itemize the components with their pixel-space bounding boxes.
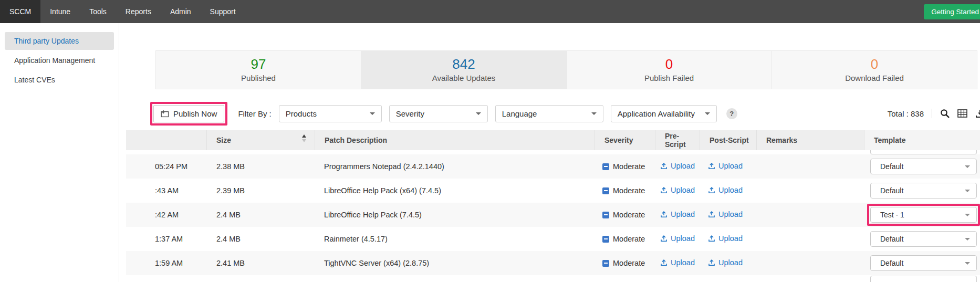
chevron-down-icon [591,112,597,115]
sort-control[interactable] [302,134,306,142]
pre-script-upload-link[interactable]: Upload [660,186,695,194]
toolbar-divider [932,109,932,118]
upload-icon [708,235,715,242]
upload-icon [660,259,668,266]
severity-cell: Moderate [595,186,655,195]
size-cell: 2.4 MB [206,211,315,219]
export-icon[interactable] [975,109,980,118]
upload-icon [708,162,715,170]
chevron-down-icon [965,165,970,168]
upload-label: Upload [718,186,743,194]
template-cell: Default [864,255,980,271]
template-dropdown[interactable]: Default [870,255,977,271]
pre-script-upload-link[interactable]: Upload [660,234,695,243]
patch-description-cell: LibreOffice Help Pack (7.4.5) [315,211,595,219]
sidebar-item-latest-cves[interactable]: Latest CVEs [5,71,114,89]
upload-label: Upload [718,210,743,218]
size-cell: 2.38 MB [206,162,315,171]
size-cell: 2.41 MB [206,259,315,267]
toolbar: Publish Now Filter By : Products Severit… [150,101,980,126]
upload-icon [708,186,715,194]
pre-script-cell: Upload [655,258,700,268]
post-script-upload-link[interactable]: Upload [708,258,743,267]
filter-products-value: Products [286,109,317,118]
top-nav-bar: SCCM Intune Tools Reports Admin Support … [0,0,980,23]
table-row[interactable]: :43 AM 2.39 MB LibreOffice Help Pack (x6… [126,179,980,203]
upload-icon [660,235,668,242]
severity-label: Moderate [613,186,645,195]
post-script-upload-link[interactable]: Upload [708,162,743,170]
table-header-row: Size Patch Description Severity Pre-Scri… [126,130,980,150]
upload-label: Upload [718,162,743,170]
template-cell: Default [864,159,980,174]
nav-tab-admin[interactable]: Admin [161,0,201,23]
post-script-upload-link[interactable]: Upload [708,210,743,218]
template-dropdown[interactable]: Test - 1 [870,207,977,223]
upload-label: Upload [671,234,695,243]
publish-now-button[interactable]: Publish Now [153,105,224,122]
pre-script-upload-link[interactable]: Upload [660,162,695,170]
post-script-upload-link[interactable]: Upload [708,186,743,194]
pre-script-upload-link[interactable]: Upload [660,258,695,267]
template-cell: Test - 1 [864,204,980,226]
table-row[interactable]: 05:24 PM 2.38 MB Programmers Notepad (2.… [126,154,980,179]
pre-script-upload-link[interactable]: Upload [660,210,695,218]
pre-script-cell: Upload [655,210,700,220]
search-icon[interactable] [940,109,950,118]
sidebar-item-third-party-updates[interactable]: Third party Updates [5,32,114,50]
card-publish-failed[interactable]: 0 Publish Failed [567,51,772,89]
template-cell: Default [864,231,980,247]
nav-tab-support[interactable]: Support [201,0,245,23]
table-row[interactable]: 1:37 AM 2.4 MB Rainmeter (4.5.17) Modera… [126,227,980,251]
table-row[interactable]: :42 AM 2.4 MB LibreOffice Help Pack (7.4… [126,203,980,227]
chevron-down-icon [965,262,970,265]
getting-started-button[interactable]: Getting Started [924,4,980,19]
available-updates-count: 842 [452,57,475,71]
header-post-script: Post-Script [700,130,756,150]
upload-icon [660,211,668,218]
upload-label: Upload [718,258,743,267]
download-failed-label: Download Failed [845,74,904,82]
filter-dropdown-language[interactable]: Language [495,105,603,122]
filter-dropdown-application-availability[interactable]: Application Availability [611,105,717,122]
table-row[interactable]: 1:59 AM 2.41 MB TightVNC Server (x64) (2… [126,251,980,275]
post-script-cell: Upload [700,234,756,244]
updates-table: Size Patch Description Severity Pre-Scri… [126,130,980,280]
filter-dropdown-products[interactable]: Products [279,105,382,122]
template-value: Test - 1 [880,211,904,219]
card-download-failed[interactable]: 0 Download Failed [772,51,977,89]
template-value: Default [880,259,903,267]
clipped-row-below [126,275,980,280]
template-dropdown[interactable]: Default [870,231,977,247]
template-dropdown[interactable]: Default [870,183,977,199]
table-view-icon[interactable] [957,109,967,118]
post-script-upload-link[interactable]: Upload [708,234,743,243]
card-available-updates[interactable]: 842 Available Updates [361,51,567,89]
severity-moderate-icon [602,212,609,218]
nav-tab-intune[interactable]: Intune [40,0,80,23]
upload-icon [708,259,715,266]
help-icon[interactable]: ? [726,108,737,119]
template-dropdown[interactable]: Default [870,159,977,174]
severity-cell: Moderate [595,259,655,267]
nav-tab-sccm[interactable]: SCCM [0,0,40,23]
time-cell: 1:37 AM [126,235,206,243]
chevron-down-icon [476,112,481,115]
chevron-down-icon [965,214,970,216]
severity-cell: Moderate [595,211,655,219]
card-published[interactable]: 97 Published [156,51,361,89]
severity-label: Moderate [613,235,645,243]
nav-tab-tools[interactable]: Tools [80,0,116,23]
filter-dropdown-severity[interactable]: Severity [389,105,488,122]
severity-cell: Moderate [595,235,655,243]
publish-now-label: Publish Now [173,109,217,118]
filter-language-value: Language [502,109,537,118]
nav-tab-reports[interactable]: Reports [116,0,161,23]
published-label: Published [241,74,276,82]
partial-template-dropdown [870,150,977,154]
severity-moderate-icon [602,163,609,170]
patch-description-cell: Rainmeter (4.5.17) [315,235,595,243]
upload-label: Upload [671,186,695,194]
sidebar-item-application-management[interactable]: Application Management [5,51,114,69]
severity-cell: Moderate [595,162,655,171]
